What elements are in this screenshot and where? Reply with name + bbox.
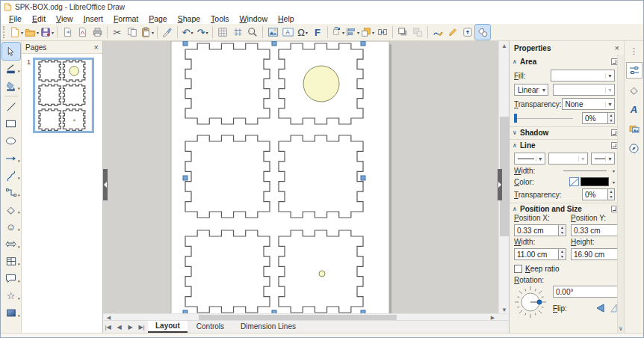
spin-up-icon[interactable]: ▲ bbox=[559, 249, 566, 254]
rotation-input[interactable] bbox=[553, 286, 618, 298]
page-thumbnail[interactable] bbox=[33, 58, 94, 133]
selection-handle[interactable] bbox=[361, 41, 365, 46]
page-thumbnail-row[interactable]: 1 bbox=[22, 58, 102, 133]
scroll-right-icon[interactable]: ▶ bbox=[488, 314, 498, 321]
distribute-selection-button[interactable] bbox=[375, 25, 390, 40]
dropdown-caret-icon[interactable]: ▾ bbox=[613, 179, 615, 185]
basic-shapes-tool[interactable]: ◇▾ bbox=[2, 201, 20, 218]
finger-joint-box-shape[interactable] bbox=[185, 43, 270, 124]
dropdown-caret-icon[interactable]: ▾ bbox=[18, 262, 20, 266]
dropdown-caret-icon[interactable]: ▾ bbox=[21, 30, 23, 35]
arrange-button[interactable]: ▾ bbox=[360, 25, 375, 40]
insert-text-box-button[interactable]: A bbox=[280, 25, 295, 40]
menu-help[interactable]: Help bbox=[273, 14, 300, 23]
position-size-section-header[interactable]: ∧ Position and Size bbox=[510, 203, 624, 214]
callout-shapes-tool[interactable]: ▾ bbox=[2, 270, 20, 287]
transparency-type-select[interactable]: None ▼ bbox=[562, 98, 615, 110]
spin-up-icon[interactable]: ▲ bbox=[608, 189, 614, 194]
menu-edit[interactable]: Edit bbox=[27, 14, 51, 23]
area-section-header[interactable]: ∧ Area bbox=[510, 56, 624, 67]
fill-type-select[interactable]: ▼ bbox=[551, 70, 615, 82]
dropdown-caret-icon[interactable]: ▾ bbox=[18, 245, 20, 249]
dropdown-caret-icon[interactable]: ▾ bbox=[37, 30, 39, 35]
insert-image-button[interactable] bbox=[265, 25, 280, 40]
finger-joint-box-shape[interactable] bbox=[39, 61, 61, 82]
transformations-button[interactable]: ▾ bbox=[330, 25, 345, 40]
sidebar-tab-shapes[interactable]: ◇ bbox=[627, 82, 642, 97]
dropdown-caret-icon[interactable]: ▾ bbox=[152, 30, 154, 35]
dropdown-caret-icon[interactable]: ▾ bbox=[18, 69, 20, 73]
horizontal-scrollbar[interactable]: ◀ ▶ bbox=[103, 313, 509, 320]
finger-joint-box-shape[interactable] bbox=[63, 84, 84, 106]
sidebar-tab-styles[interactable]: A bbox=[627, 102, 642, 117]
collapse-caret-icon[interactable]: ∧ bbox=[513, 206, 520, 212]
clone-formatting-button[interactable] bbox=[160, 25, 175, 40]
ellipse-tool[interactable] bbox=[2, 132, 20, 150]
dropdown-caret-icon[interactable]: ▾ bbox=[18, 159, 20, 163]
stars-banners-tool[interactable]: ☆▾ bbox=[2, 287, 20, 304]
menu-tools[interactable]: Tools bbox=[205, 14, 235, 23]
selection-handle[interactable] bbox=[361, 176, 365, 180]
connectors-tool[interactable]: ▾ bbox=[2, 184, 20, 201]
slider-thumb[interactable] bbox=[514, 114, 517, 123]
finger-joint-box-shape[interactable] bbox=[39, 84, 61, 106]
menu-format[interactable]: Format bbox=[108, 14, 143, 23]
collapse-caret-icon[interactable]: ∧ bbox=[513, 58, 520, 65]
dropdown-caret-icon[interactable]: ▾ bbox=[52, 30, 54, 35]
selection-handle[interactable] bbox=[183, 176, 188, 180]
width-input[interactable] bbox=[514, 248, 559, 260]
close-icon[interactable]: × bbox=[615, 43, 619, 52]
spinner-buttons[interactable]: ▲▼ bbox=[559, 224, 566, 236]
snap-guides-button[interactable] bbox=[230, 25, 245, 40]
next-layer-icon[interactable]: ▶ bbox=[126, 324, 135, 331]
sidebar-tab-properties[interactable] bbox=[627, 63, 642, 78]
flip-horizontal-icon[interactable] bbox=[595, 304, 605, 313]
speaker-hole-circle[interactable] bbox=[303, 66, 339, 102]
dropdown-caret-icon[interactable]: ▾ bbox=[342, 30, 344, 35]
dropdown-caret-icon[interactable]: ▾ bbox=[206, 30, 208, 35]
edit-points-button[interactable] bbox=[430, 25, 445, 40]
first-layer-icon[interactable]: |◀ bbox=[103, 324, 113, 331]
display-grid-button[interactable] bbox=[215, 25, 230, 40]
gradient-type-select[interactable]: Linear ▼ bbox=[514, 84, 548, 96]
align-objects-button[interactable]: ▾ bbox=[345, 25, 360, 40]
scroll-left-icon[interactable]: ◀ bbox=[104, 314, 114, 321]
toolbar-grip[interactable] bbox=[3, 26, 7, 38]
dropdown-caret-icon[interactable]: ▾ bbox=[18, 86, 20, 90]
spin-down-icon[interactable]: ▼ bbox=[608, 194, 614, 200]
selection-handle[interactable] bbox=[272, 41, 276, 46]
line-transparency-input[interactable] bbox=[582, 188, 608, 200]
fill-color-tool[interactable]: ▾ bbox=[2, 77, 20, 94]
finger-joint-box-shape[interactable] bbox=[279, 135, 363, 218]
new-document-button[interactable]: ▾ bbox=[9, 25, 24, 40]
speaker-hole-circle[interactable] bbox=[69, 67, 78, 76]
properties-scrollbar[interactable]: ∨ bbox=[617, 55, 624, 333]
scroll-up-icon[interactable]: ▲ bbox=[499, 41, 509, 51]
previous-layer-icon[interactable]: ◀ bbox=[114, 324, 124, 331]
drawing-canvas[interactable] bbox=[103, 41, 500, 313]
undo-button[interactable]: ↶▾ bbox=[180, 25, 195, 40]
dropdown-caret-icon[interactable]: ▾ bbox=[191, 30, 193, 35]
position-y-input[interactable] bbox=[571, 224, 623, 236]
fontwork-button[interactable]: F bbox=[310, 25, 325, 40]
sidebar-tab-gallery[interactable] bbox=[627, 121, 642, 136]
line-color-tool[interactable]: ▾ bbox=[2, 60, 20, 77]
symbol-shapes-tool[interactable]: ☺▾ bbox=[2, 218, 20, 236]
paste-button[interactable]: ▾ bbox=[140, 25, 155, 40]
hide-properties-panel-grip[interactable] bbox=[498, 169, 502, 200]
zoom-button[interactable] bbox=[245, 25, 260, 40]
sidebar-settings-icon[interactable]: ⋮ bbox=[627, 43, 642, 58]
speaker-hole-circle[interactable] bbox=[319, 271, 325, 277]
dropdown-caret-icon[interactable]: ▾ bbox=[306, 30, 308, 35]
dropdown-caret-icon[interactable]: ▾ bbox=[18, 176, 20, 180]
lines-and-arrows-tool[interactable]: ▾ bbox=[2, 150, 20, 167]
curve-tool[interactable]: ▾ bbox=[2, 167, 20, 184]
scroll-more-icon[interactable]: ∨ bbox=[618, 325, 624, 332]
line-dash-select[interactable]: ▼ bbox=[548, 153, 588, 165]
insert-frame-button[interactable] bbox=[460, 25, 475, 40]
redo-button[interactable]: ↷▾ bbox=[195, 25, 210, 40]
dropdown-caret-icon[interactable]: ▾ bbox=[18, 279, 20, 283]
filter-button[interactable] bbox=[410, 25, 425, 40]
dropdown-caret-icon[interactable]: ▾ bbox=[357, 30, 359, 35]
rectangle-tool[interactable] bbox=[2, 115, 20, 132]
